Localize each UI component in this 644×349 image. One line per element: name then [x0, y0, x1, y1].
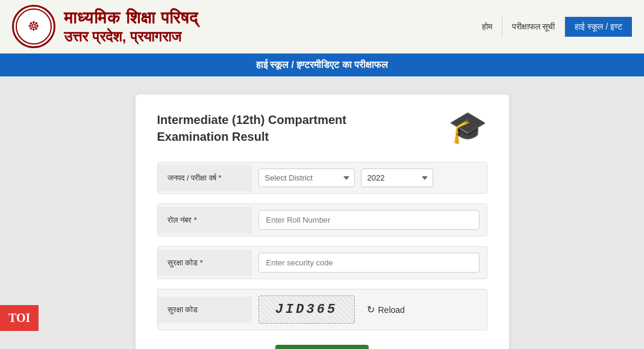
- blue-banner: हाई स्कूल / इण्टरमीडिएट का परीक्षाफल: [0, 54, 644, 76]
- captcha-fields: JID365 ↻ Reload: [251, 289, 487, 330]
- security-fields: [251, 247, 487, 279]
- roll-row: रोल नंबर *: [157, 203, 487, 236]
- title-line2: उत्तर प्रदेश, प्रयागराज: [64, 28, 198, 45]
- security-input[interactable]: [258, 253, 480, 273]
- nav-results[interactable]: परीक्षाफल सूची: [502, 17, 566, 37]
- captcha-label: सुरक्षा कोड: [158, 297, 251, 323]
- roll-fields: [251, 204, 487, 236]
- logo: ☸: [12, 5, 55, 48]
- security-row: सुरक्षा कोड *: [157, 246, 487, 279]
- district-row: जनपद / परीक्षा वर्ष * Select District 20…: [157, 162, 487, 194]
- district-select[interactable]: Select District: [258, 168, 355, 187]
- main-nav: होम परीक्षाफल सूची हाई स्कूल / इण्ट: [472, 17, 632, 37]
- page-header: ☸ माध्यमिक शिक्षा परिषद् उत्तर प्रदेश, प…: [0, 0, 644, 54]
- nav-home[interactable]: होम: [472, 17, 502, 37]
- roll-input[interactable]: [258, 210, 480, 230]
- reload-icon: ↻: [367, 304, 375, 315]
- district-label: जनपद / परीक्षा वर्ष *: [158, 165, 251, 191]
- header-title: माध्यमिक शिक्षा परिषद् उत्तर प्रदेश, प्र…: [64, 8, 198, 45]
- form-card: Intermediate (12th) Compartment Examinat…: [136, 94, 509, 349]
- nav-highschool[interactable]: हाई स्कूल / इण्ट: [565, 17, 632, 37]
- form-title: Intermediate (12th) Compartment Examinat…: [157, 111, 386, 145]
- captcha-row: सुरक्षा कोड JID365 ↻ Reload: [157, 289, 487, 330]
- title-line1: माध्यमिक शिक्षा परिषद्: [64, 8, 198, 28]
- year-select[interactable]: 2022 2021 2020 2019 2018: [361, 168, 433, 187]
- header-branding: ☸ माध्यमिक शिक्षा परिषद् उत्तर प्रदेश, प…: [12, 5, 198, 48]
- roll-label: रोल नंबर *: [158, 207, 251, 233]
- captcha-image: JID365: [258, 295, 355, 324]
- reload-label: Reload: [378, 305, 405, 315]
- form-card-header: Intermediate (12th) Compartment Examinat…: [157, 111, 487, 145]
- submit-container: View Result: [157, 345, 487, 349]
- submit-button[interactable]: View Result: [275, 345, 369, 349]
- logo-symbol: ☸: [16, 8, 52, 45]
- graduation-icon: 🎓: [448, 111, 487, 143]
- district-fields: Select District 2022 2021 2020 2019 2018: [251, 162, 487, 193]
- security-label: सुरक्षा कोड *: [158, 250, 251, 276]
- toi-badge: TOI: [0, 305, 39, 331]
- main-content: Intermediate (12th) Compartment Examinat…: [0, 76, 644, 349]
- reload-button[interactable]: ↻ Reload: [361, 300, 411, 319]
